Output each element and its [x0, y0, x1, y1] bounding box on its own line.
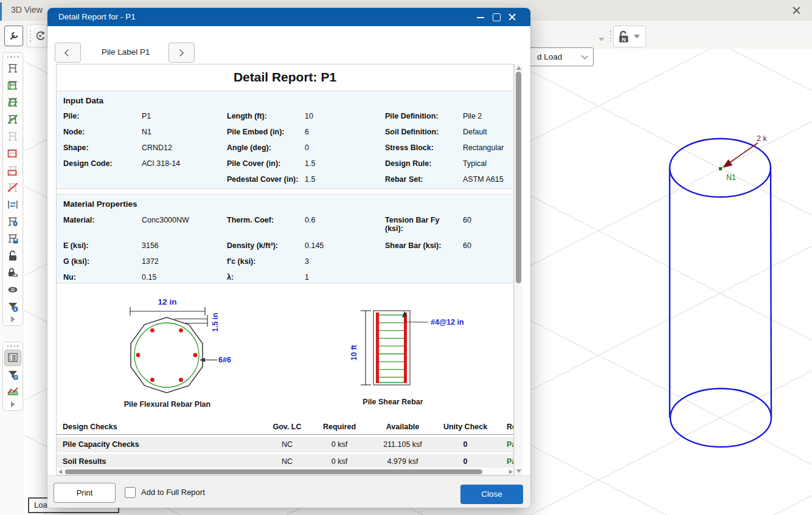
field-label: Rebar Set: [385, 175, 423, 184]
line-unselect-button[interactable] [4, 179, 21, 196]
load-combination-label: Loa [34, 500, 47, 510]
save-selection-button[interactable] [4, 230, 21, 247]
dialog-titlebar[interactable]: Detail Report for - P1 [47, 8, 530, 26]
field-value: Conc3000NW [142, 216, 189, 224]
selection-settings-button[interactable] [4, 213, 21, 230]
minimize-icon[interactable] [474, 12, 488, 22]
horizontal-scrollbar[interactable] [57, 468, 514, 475]
col-header: Gov. LC [257, 423, 318, 431]
scroll-right-icon[interactable] [509, 469, 513, 474]
lock-visibility-button[interactable] [4, 264, 21, 281]
vertical-scrollbar[interactable] [514, 64, 522, 475]
node-point[interactable] [719, 167, 722, 170]
input-data-heading: Input Data [63, 96, 103, 105]
toolbar-overflow-arrow[interactable] [599, 38, 605, 41]
field-value: 0 [305, 143, 309, 152]
shear-caption: Pile Shear Rebar [363, 398, 423, 406]
close-view-icon[interactable] [791, 5, 802, 16]
unity-check: 0 [435, 457, 496, 466]
close-button[interactable]: Close [460, 485, 523, 504]
field-label: Shear Bar (ksi): [385, 241, 453, 250]
field-value: 0.145 [305, 241, 324, 250]
field-label: f'c (ksi): [227, 257, 255, 266]
load-case-value: d Load [537, 52, 562, 61]
flexural-bars-label: 6#6 [218, 356, 231, 364]
box-unselect-button[interactable] [4, 145, 21, 162]
material-properties-panel: Material Properties Material:Conc3000NW … [56, 194, 514, 283]
criteria-select-icon [7, 198, 19, 210]
dialog-title: Detail Report for - P1 [58, 8, 136, 26]
vertical-scroll-thumb[interactable] [516, 72, 521, 283]
select-members-button[interactable] [4, 60, 21, 77]
field-label: Angle (deg): [227, 143, 271, 152]
lock-dropdown-arrow[interactable] [634, 35, 640, 38]
criteria-select-button[interactable] [4, 196, 21, 213]
field-value: 0.6 [305, 216, 315, 224]
result-badge: Pass [507, 457, 514, 466]
table-row[interactable]: Pile Capacity Checks NC 0 ksf 211.105 ks… [57, 437, 514, 452]
report-filter-button[interactable] [4, 367, 21, 383]
toolbar-separator-handle[interactable] [609, 30, 612, 42]
expand-group-arrow[interactable] [11, 316, 15, 322]
filter-icon [7, 300, 19, 313]
scroll-down-icon[interactable] [516, 469, 521, 473]
eye-icon [7, 283, 19, 296]
properties-tool-button[interactable] [4, 26, 23, 46]
box-unselect-base-button[interactable] [4, 162, 21, 179]
unlock-node-icon[interactable]: N [617, 29, 631, 44]
selection-tool-group [2, 52, 23, 326]
tab-3d-view[interactable]: 3D View [11, 5, 43, 15]
members-dimmed-button[interactable] [4, 128, 21, 145]
add-to-full-report-checkbox[interactable] [125, 487, 136, 498]
horizontal-scroll-thumb[interactable] [65, 469, 482, 474]
scroll-left-icon[interactable] [58, 469, 62, 474]
polygon-select-button[interactable] [4, 94, 21, 111]
maximize-icon[interactable] [490, 12, 504, 22]
next-pile-button[interactable] [168, 43, 195, 63]
chevron-down-icon [581, 53, 588, 60]
field-value: P1 [142, 112, 151, 120]
print-button[interactable]: Print [54, 483, 116, 503]
group-drag-handle[interactable] [3, 344, 23, 349]
lock-visibility-icon [7, 266, 19, 278]
unlock-button[interactable] [4, 247, 21, 264]
field-label: Pedestal Cover (in): [227, 175, 298, 184]
field-label: Pile Embed (in): [227, 128, 284, 136]
pile-navigator: Pile Label P1 [47, 26, 530, 64]
required-value: 0 ksf [309, 457, 370, 466]
load-case-dropdown[interactable]: d Load [522, 47, 594, 66]
pile-section-outline [131, 317, 203, 393]
gov-lc: NC [257, 457, 318, 466]
result-graph-button[interactable] [4, 384, 21, 400]
field-value: 60 [463, 216, 471, 224]
scroll-up-icon[interactable] [516, 66, 521, 70]
design-checks-table: Design Checks Gov. LC Required Available… [57, 420, 514, 468]
box-select-button[interactable] [4, 77, 21, 94]
close-icon[interactable] [506, 12, 519, 22]
result-graph-icon [7, 385, 19, 398]
line-select-button[interactable] [4, 111, 21, 128]
visibility-button[interactable] [4, 282, 21, 298]
toolbar-drag-handle[interactable] [29, 30, 32, 42]
dialog-footer: Print Add to Full Report Close [47, 475, 530, 508]
field-label: Density (k/ft³): [227, 241, 278, 250]
field-value: Rectangular [463, 143, 504, 152]
report-title: Detail Report: P1 [57, 70, 513, 85]
detail-report-button[interactable] [4, 350, 21, 366]
field-value: ACI 318-14 [142, 159, 180, 168]
selection-filter-button[interactable] [4, 299, 21, 315]
field-label: Material: [63, 216, 94, 224]
field-value: Default [463, 128, 487, 136]
rotate-view-icon[interactable] [33, 29, 47, 43]
table-header-row: Design Checks Gov. LC Required Available… [57, 420, 514, 435]
material-heading: Material Properties [63, 199, 137, 209]
shear-ties-label: #4@12 in [431, 318, 464, 327]
load-label: 2 k [757, 134, 767, 143]
checkbox-label: Add to Full Report [141, 488, 205, 497]
expand-group-arrow[interactable] [11, 401, 15, 407]
group-drag-handle[interactable] [3, 55, 23, 60]
previous-pile-button[interactable] [55, 43, 81, 63]
rotate-tool-group [27, 24, 47, 47]
rebar-dots [136, 328, 198, 382]
field-value: 1372 [142, 257, 159, 266]
